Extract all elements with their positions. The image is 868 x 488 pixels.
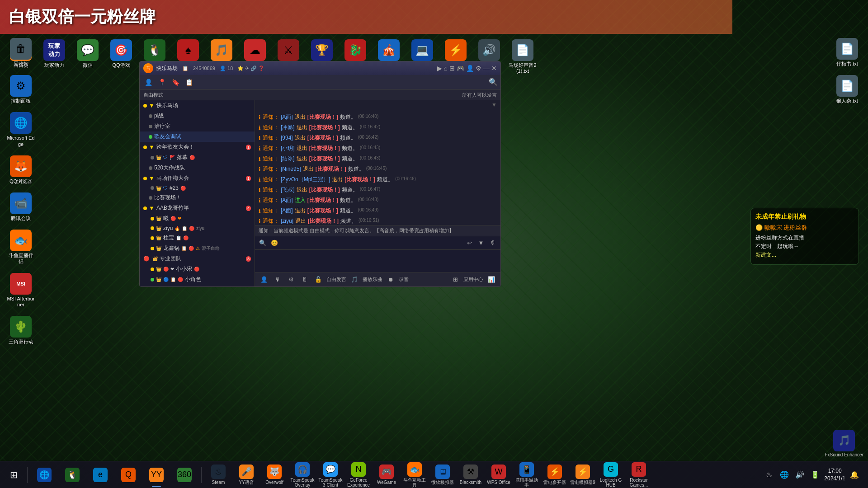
channel-therapy[interactable]: 治疗室 (140, 121, 255, 131)
nav-search-icon[interactable]: 🔍 (489, 78, 498, 87)
mic-icon[interactable]: 🎙 (272, 274, 283, 285)
channel-ziyu-user[interactable]: 👑 ziyu 🔥 📋 🔴 ziyu (140, 224, 255, 233)
taskbar-wps[interactable]: W WPS Office (486, 462, 512, 488)
desktop-icon-majiang[interactable]: 📄 马场好声音2(1).txt (506, 38, 539, 76)
eq-icon[interactable]: 🎚 (299, 274, 310, 285)
taskbar-blacksmith[interactable]: ⚒ Blacksmith (458, 462, 484, 488)
send-options-icon[interactable]: ▼ (476, 238, 486, 248)
game-icon[interactable]: 🎮 (457, 65, 464, 72)
taskbar-tencent-mobile[interactable]: 📱 腾讯手游助手 (514, 462, 540, 488)
desktop-icon-sanyue[interactable]: 🌵 三角洲行动 (5, 314, 37, 347)
system-clock[interactable]: 17:00 2024/1/1 (824, 467, 845, 483)
taskbar-ts-overlay[interactable]: 🎧 TeamSpeak Overlay (289, 462, 316, 488)
chat-input-field[interactable] (283, 238, 461, 248)
channel-xiaofeng-user[interactable]: 👑 🔴 ❤ 小凤 (140, 285, 255, 286)
desktop-icon-zhuyu[interactable]: 🐟 斗鱼直播伴侣 (5, 228, 37, 266)
taskbar-edge-icon[interactable]: e (87, 462, 113, 488)
desktop-icon-qqbrowse[interactable]: 🦊 QQ浏览器 (5, 154, 37, 186)
screen-share-icon[interactable]: ▶ (437, 65, 442, 72)
nav-bookmark-icon[interactable]: 🔖 (170, 76, 181, 88)
channel-luomu-user[interactable]: 👑 🛡 🚩 落幕 🔴 (140, 152, 255, 163)
taskbar-rockstar[interactable]: R Rockstar Games... (626, 462, 652, 488)
record-icon[interactable]: ⏺ (385, 274, 396, 285)
taskbar-thunder-multi[interactable]: ⚡ 雷电多开器 (542, 462, 568, 488)
channel-23-user[interactable]: 👑 🛡 #23 🔴 (140, 183, 255, 192)
start-button[interactable]: ⊞ (4, 465, 24, 485)
taskbar-overwolf[interactable]: 🐺 Overwolf (261, 462, 288, 488)
record-label[interactable]: 录音 (399, 276, 409, 283)
desktop-icon-edge[interactable]: 🌐 Microsoft Edge (5, 110, 37, 149)
channel-bisai[interactable]: 比赛现场！ (140, 192, 255, 203)
fxsound-item[interactable]: 🎵 FxSound Enhancer (825, 430, 863, 457)
music-label[interactable]: 播放乐曲 (363, 276, 382, 283)
reply-icon[interactable]: ↩ (464, 238, 474, 248)
taskbar-weixin3[interactable]: 🖥 微软模拟器 (429, 462, 456, 488)
taskbar-geforce[interactable]: N GeForce Experience (345, 462, 372, 488)
emoji-icon[interactable]: 😊 (269, 238, 279, 248)
taskbar-browser-icon[interactable]: 🌐 (31, 462, 57, 488)
nav-list-icon[interactable]: 📋 (183, 76, 195, 88)
apps-label[interactable]: 应用中心 (463, 276, 483, 283)
nav-user-icon[interactable]: 👤 (142, 76, 154, 88)
desktop-icon-recycle[interactable]: 🗑 回收站 (5, 36, 37, 69)
stats-icon[interactable]: 📊 (486, 274, 497, 285)
user-avatar-icon[interactable]: 👤 (259, 274, 269, 285)
desktop-icon-txt2[interactable]: 📄 猴人杂.txt (831, 73, 863, 106)
free-mode-btn[interactable]: 🔓 (313, 274, 324, 285)
home-icon[interactable]: ⌂ (444, 65, 448, 72)
close-icon[interactable]: ✕ (491, 65, 497, 72)
grid-icon[interactable]: ⊞ (449, 65, 455, 72)
channel-xiaoxiaosong-user[interactable]: 👑 🔴 ❤ 小小宋 🔴 (140, 264, 255, 274)
taskbar-steam[interactable]: ♨ Steam (205, 462, 231, 488)
nav-location-icon[interactable]: 📍 (156, 76, 168, 88)
chat-input-toolbar: 🔍 😊 ↩ ▼ 🎙 (255, 236, 500, 250)
taskbar-douyu[interactable]: 🐟 斗鱼互动工具 (401, 462, 428, 488)
channel-xi-user[interactable]: 👑 曦 🔴 ❤ (140, 213, 255, 224)
channel-song[interactable]: 歌友会调试 (140, 131, 255, 142)
channel-520[interactable]: 520大作战队 (140, 163, 255, 173)
music-icon[interactable]: 🎵 (349, 274, 360, 285)
taskbar-yy-label[interactable]: 🎤 YY语音 (233, 462, 259, 488)
desktop-icon-qqgame[interactable]: 🎯 QQ游戏 (105, 38, 137, 70)
settings-icon[interactable]: ⚙ (476, 65, 481, 72)
desktop-icon-wechat[interactable]: 💬 微信 (71, 38, 104, 70)
emoji-search-icon[interactable]: 🔍 (258, 238, 268, 248)
tray-network-icon[interactable]: 🌐 (778, 469, 791, 481)
taskbar-thunder-emu[interactable]: ⚡ 雷电模拟器9 (570, 462, 596, 488)
taskbar-logitech[interactable]: G Logitech G HUB (598, 462, 624, 488)
desktop-icon-tencent-meet[interactable]: 📹 腾讯会议 (5, 191, 37, 223)
taskbar-360-icon[interactable]: 360 (171, 462, 198, 488)
minimize-icon[interactable]: — (483, 65, 490, 72)
apps-icon[interactable]: ⊞ (450, 274, 461, 285)
desktop-icon-player[interactable]: 玩家动力 玩家动力 (38, 38, 71, 70)
avatar-icon[interactable]: 👤 (466, 65, 474, 72)
channel-zhubao-user[interactable]: 👑 柱宝 📋 🔴 (140, 233, 255, 243)
desktop-icon-txt1[interactable]: 📄 仔梅书.txt (831, 36, 863, 69)
channel-group-maqian[interactable]: ▼ 马场仟梅大会 1 (140, 173, 255, 183)
mic-record-icon[interactable]: 🎙 (488, 238, 498, 248)
tray-steam-icon[interactable]: ♨ (763, 469, 775, 481)
settings-btn[interactable]: ⚙ (286, 274, 297, 285)
taskbar-ts3[interactable]: 💬 TeamSpeak 3 Client (317, 462, 344, 488)
channel-group-aab[interactable]: ▼ AAB龙哥竹竿 4 (140, 203, 255, 213)
chat-title: 快乐马场 📋 24540869 👤 18 ⭐ ✈ 🔗 ❓ (156, 65, 434, 72)
channel-group-zhuanye[interactable]: 🔴 👑 专业团队 3 (140, 253, 255, 264)
channel-xiaojiaose-user[interactable]: 👑 🔵 📋 🔴 小角色 (140, 274, 255, 285)
tray-sound-icon[interactable]: 🔊 (793, 469, 806, 481)
taskbar-qqbrowser-icon[interactable]: Q (115, 462, 142, 488)
chat-message-1: ℹ 通知： [A面] 退出 [比赛现场！] 频道。 (00:16:40) (259, 112, 497, 122)
channel-pi[interactable]: pi战 (140, 111, 255, 121)
desktop-icon-control[interactable]: ⚙ 控制面板 (5, 73, 37, 106)
channel-group-kuangnian[interactable]: ▼ 跨年歌友大会！ 1 (140, 142, 255, 152)
scroll-arrow[interactable]: ▼ (491, 102, 497, 108)
channel-longguo-user[interactable]: 👑 龙鑫锅 📋 🔴 ⚠ 混子白给 (140, 243, 255, 253)
channel-main[interactable]: ▼ 快乐马场 (140, 100, 255, 111)
tray-notification-icon[interactable]: 🔔 (848, 469, 861, 481)
taskbar-wegame[interactable]: 🎮 WeGame (373, 462, 400, 488)
free-mode-label[interactable]: 自由发言 (326, 276, 346, 283)
taskbar-qq-icon[interactable]: 🐧 (59, 462, 85, 488)
tray-battery-icon[interactable]: 🔋 (809, 469, 821, 481)
right-notification: 未成年禁止刷礼物 🟡 嗷嗷宋 进粉丝群 进粉丝群方式在直播 不定时一起玩哦～ 新… (750, 208, 859, 265)
taskbar-yy-active[interactable]: YY (143, 462, 170, 488)
desktop-icon-msi[interactable]: MSI MSI Afterburner (5, 271, 37, 310)
